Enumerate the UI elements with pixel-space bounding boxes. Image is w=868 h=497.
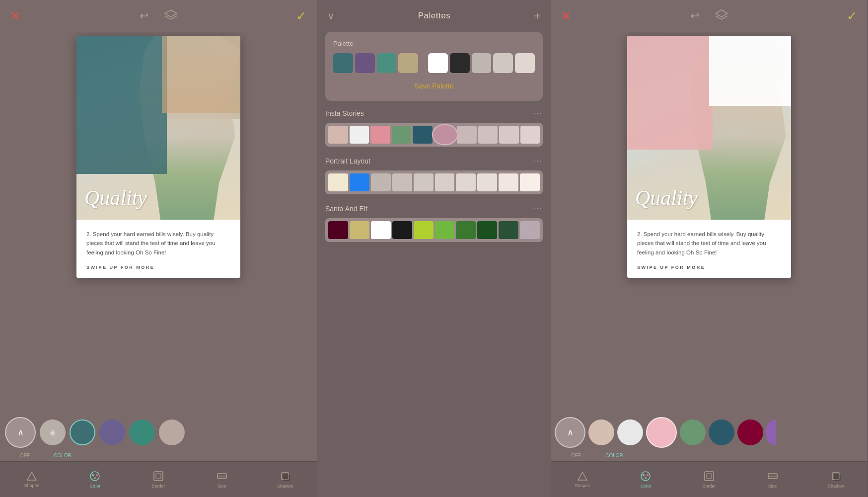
nav-shapes-right[interactable]: Shapes [551, 462, 614, 497]
nav-shadow-right[interactable]: Shadow [804, 462, 868, 497]
chevron-down-icon[interactable]: ∨ [327, 10, 335, 22]
insta-swatch-9[interactable] [520, 126, 540, 144]
palette-swatch-6[interactable] [472, 53, 492, 73]
card-text-right: 2. Spend your hard earned bills wisely. … [627, 220, 791, 278]
nav-color-left[interactable]: Color [64, 462, 127, 497]
portrait-swatch-1[interactable] [350, 173, 369, 191]
insta-swatch-7[interactable] [478, 126, 498, 144]
nav-size-right[interactable]: Size [741, 462, 804, 497]
save-palette-button[interactable]: Save Palette [333, 79, 535, 93]
layers-icon-right[interactable] [715, 9, 728, 23]
swatch-teal-left[interactable] [70, 419, 95, 445]
undo-icon-right[interactable]: ↩ [690, 9, 699, 22]
nav-size-label-left: Size [217, 484, 226, 489]
palette-swatch-7[interactable] [493, 53, 513, 73]
santa-swatch-7[interactable] [477, 221, 497, 239]
portrait-swatch-4[interactable] [414, 173, 434, 191]
right-top-bar: ✕ ↩ ✓ [551, 0, 868, 32]
insta-swatch-3[interactable] [392, 126, 412, 144]
palette-swatch-5[interactable] [450, 53, 470, 73]
nav-border-left[interactable]: Border [127, 462, 190, 497]
insta-swatch-4[interactable] [413, 126, 433, 144]
palette-swatches-row [333, 53, 535, 73]
swatch-burgundy-right[interactable] [737, 419, 763, 445]
santa-elf-header: Santa And Elf ··· [325, 204, 543, 213]
santa-swatch-3[interactable] [392, 221, 412, 239]
swatch-sage-right[interactable] [680, 419, 706, 445]
shadow-icon-left [280, 471, 290, 482]
design-card-right: Quality 2. Spend your hard earned bills … [627, 36, 791, 278]
swatch-main-right[interactable]: ∧ [555, 417, 585, 448]
nav-color-right[interactable]: Color [614, 462, 678, 497]
insta-swatch-0[interactable] [328, 126, 348, 144]
insta-swatch-5-selected[interactable] [432, 124, 457, 145]
portrait-layout-title: Portrait Layout [325, 157, 370, 165]
label-color-left: COLOR [45, 453, 80, 458]
insta-swatch-8[interactable] [499, 126, 519, 144]
palette-swatch-1[interactable] [355, 53, 375, 73]
insta-swatch-2[interactable] [370, 126, 390, 144]
center-title: Palettes [418, 11, 450, 21]
swatch-pink-right-selected[interactable] [646, 417, 677, 448]
swatch-purple-left[interactable] [99, 419, 125, 445]
santa-elf-more[interactable]: ··· [533, 204, 543, 213]
insta-stories-more[interactable]: ··· [533, 109, 543, 118]
insta-stories-section: Insta Stories ··· [325, 109, 543, 147]
swatch-off-left[interactable]: ◉ [40, 419, 66, 445]
swatch-white-right[interactable] [617, 419, 643, 445]
add-palette-icon[interactable]: + [534, 9, 541, 23]
svg-rect-14 [705, 472, 714, 481]
portrait-layout-more[interactable]: ··· [533, 157, 543, 166]
label-off-left: OFF [5, 453, 45, 458]
palette-swatch-8[interactable] [515, 53, 535, 73]
swatch-taupe-left[interactable] [159, 419, 185, 445]
swatch-extra-right[interactable] [766, 419, 776, 445]
nav-shapes-label-left: Shapes [24, 483, 40, 488]
portrait-swatch-5[interactable] [435, 173, 455, 191]
santa-swatch-9[interactable] [520, 221, 540, 239]
santa-swatch-8[interactable] [499, 221, 518, 239]
nav-border-right[interactable]: Border [677, 462, 741, 497]
santa-swatch-0[interactable] [328, 221, 348, 239]
svg-point-0 [90, 472, 99, 481]
santa-swatch-1[interactable] [350, 221, 369, 239]
portrait-swatch-7[interactable] [477, 173, 497, 191]
portrait-swatch-2[interactable] [371, 173, 391, 191]
santa-swatch-5[interactable] [435, 221, 455, 239]
swatch-main-left[interactable]: ∧ [5, 417, 36, 448]
svg-rect-9 [283, 474, 290, 481]
palette-swatch-2[interactable] [377, 53, 397, 73]
swatch-green-left[interactable] [129, 419, 155, 445]
svg-point-13 [645, 477, 647, 479]
right-bottom-area: ∧ OFF COLOR Shapes [551, 409, 868, 497]
santa-swatch-6[interactable] [456, 221, 476, 239]
swatch-beige-right[interactable] [588, 419, 614, 445]
border-icon-right [704, 471, 715, 482]
check-icon[interactable]: ✓ [296, 8, 307, 24]
palette-swatch-4[interactable] [428, 53, 448, 73]
santa-swatch-4[interactable] [414, 221, 434, 239]
right-swatch-row: ∧ [551, 414, 868, 451]
palette-swatch-0[interactable] [333, 53, 353, 73]
insta-swatch-1[interactable] [350, 126, 369, 144]
portrait-swatch-0[interactable] [328, 173, 348, 191]
insta-swatch-6[interactable] [457, 126, 477, 144]
close-icon-right[interactable]: ✕ [561, 8, 572, 24]
portrait-swatch-3[interactable] [392, 173, 412, 191]
nav-border-label-left: Border [151, 484, 165, 489]
palette-swatch-3[interactable] [398, 53, 418, 73]
santa-swatch-2[interactable] [371, 221, 391, 239]
undo-icon[interactable]: ↩ [140, 9, 148, 22]
close-icon[interactable]: ✕ [10, 8, 21, 24]
nav-shadow-left[interactable]: Shadow [253, 462, 317, 497]
nav-size-left[interactable]: Size [190, 462, 254, 497]
portrait-swatch-6[interactable] [456, 173, 476, 191]
check-icon-right[interactable]: ✓ [847, 8, 858, 24]
nav-shapes-left[interactable]: Shapes [0, 462, 64, 497]
size-icon-left [217, 471, 227, 482]
portrait-swatch-8[interactable] [499, 173, 518, 191]
portrait-swatch-9[interactable] [520, 173, 540, 191]
layers-icon[interactable] [164, 9, 177, 23]
svg-point-3 [94, 477, 96, 479]
swatch-teal-right[interactable] [709, 419, 734, 445]
